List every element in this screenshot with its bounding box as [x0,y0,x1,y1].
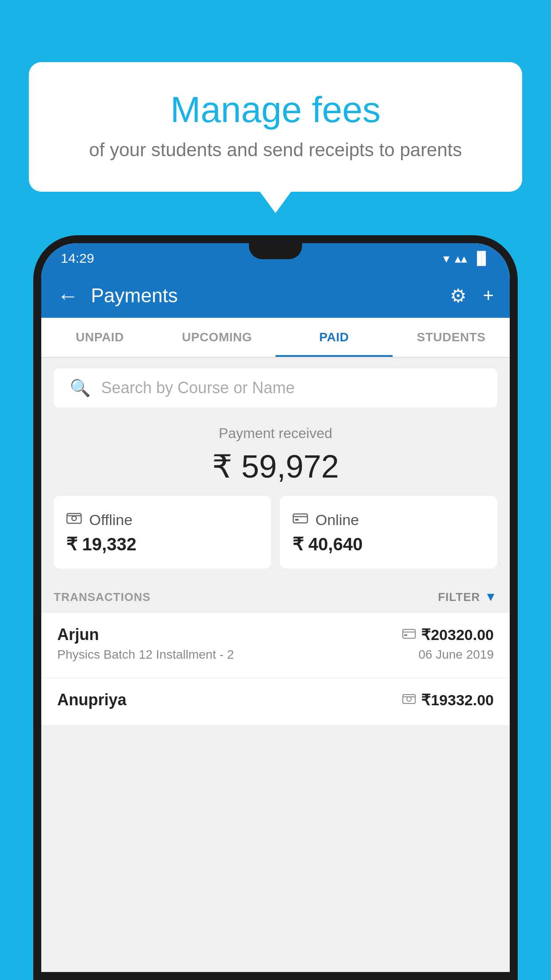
speech-bubble-container: Manage fees of your students and send re… [29,62,522,192]
back-button[interactable]: ← [57,284,79,308]
transaction-date-arjun: 06 June 2019 [418,648,494,662]
tab-students[interactable]: STUDENTS [393,318,510,357]
phone-frame: 14:29 ▾ ▴▴ ▐▌ ← Payments ⚙ + UNPAID UPCO… [33,235,518,980]
app-bar: ← Payments ⚙ + [41,273,510,318]
transaction-item-arjun[interactable]: Arjun ₹20320.00 Physics Batch 1 [41,613,510,678]
phone-notch [249,243,302,259]
offline-card: Offline ₹ 19,332 [54,496,271,569]
status-icons: ▾ ▴▴ ▐▌ [443,251,490,266]
transaction-amount-row-anupriya: ₹19332.00 [402,691,494,709]
payment-amount: ₹ 59,972 [54,448,497,485]
tabs: UNPAID UPCOMING PAID STUDENTS [41,318,510,358]
filter-button[interactable]: FILTER ▼ [438,590,497,604]
svg-rect-9 [403,695,415,703]
payment-received-label: Payment received [54,425,497,442]
filter-label: FILTER [438,590,480,604]
online-card: Online ₹ 40,640 [280,496,497,569]
content-area: 🔍 Search by Course or Name Payment recei… [41,358,510,972]
payment-summary: Payment received ₹ 59,972 [41,407,510,496]
transaction-amount-row-arjun: ₹20320.00 [402,626,494,644]
offline-icon [66,510,82,530]
tab-paid[interactable]: PAID [276,318,393,357]
status-time: 14:29 [61,251,94,266]
svg-point-10 [407,697,411,701]
search-bar[interactable]: 🔍 Search by Course or Name [54,368,497,407]
app-title: Payments [91,285,450,307]
transaction-name-anupriya: Anupriya [57,691,126,709]
bubble-subtitle: of your students and send receipts to pa… [64,139,487,161]
search-placeholder: Search by Course or Name [101,379,295,397]
tab-unpaid[interactable]: UNPAID [41,318,158,357]
bubble-title: Manage fees [64,89,487,130]
transaction-amount-arjun: ₹20320.00 [421,626,494,644]
wifi-icon: ▾ [443,251,449,266]
search-icon: 🔍 [70,378,91,398]
battery-icon: ▐▌ [472,251,490,265]
svg-point-1 [72,516,76,521]
settings-icon[interactable]: ⚙ [450,285,467,307]
payment-cards: Offline ₹ 19,332 [41,496,510,581]
filter-icon: ▼ [484,590,497,604]
offline-label: Offline [89,511,133,529]
svg-rect-6 [403,629,415,638]
svg-rect-5 [295,519,299,521]
signal-icon: ▴▴ [455,251,467,266]
online-label: Online [315,511,359,529]
transaction-item-anupriya[interactable]: Anupriya ₹19332.00 [41,678,510,726]
svg-rect-8 [404,634,407,636]
transactions-header: TRANSACTIONS FILTER ▼ [41,581,510,613]
svg-rect-3 [293,514,307,523]
phone-screen: 14:29 ▾ ▴▴ ▐▌ ← Payments ⚙ + UNPAID UPCO… [41,243,510,972]
online-payment-icon [402,628,416,642]
speech-bubble: Manage fees of your students and send re… [29,62,522,192]
transaction-course-arjun: Physics Batch 12 Installment - 2 [57,648,234,662]
app-bar-actions: ⚙ + [450,285,494,307]
transaction-name-arjun: Arjun [57,625,99,644]
offline-amount: ₹ 19,332 [66,534,259,554]
online-amount: ₹ 40,640 [292,534,485,554]
svg-rect-0 [67,514,81,523]
transaction-amount-anupriya: ₹19332.00 [421,691,494,709]
add-icon[interactable]: + [483,285,494,306]
offline-payment-icon [402,693,416,707]
transactions-label: TRANSACTIONS [54,590,151,604]
tab-upcoming[interactable]: UPCOMING [158,318,276,357]
online-icon [292,510,308,530]
